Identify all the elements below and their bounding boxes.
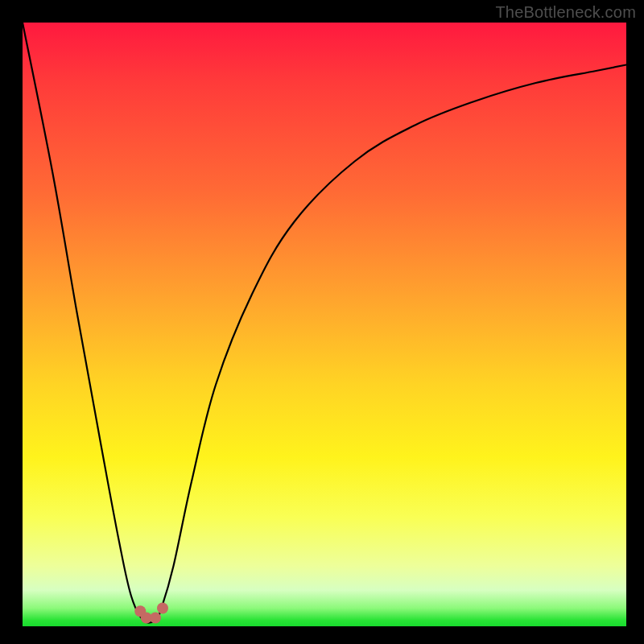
plot-area <box>23 23 626 626</box>
min-markers <box>134 603 168 624</box>
min-marker-right <box>157 603 168 614</box>
watermark-text: TheBottleneck.com <box>495 3 636 22</box>
bottleneck-curve <box>23 23 626 623</box>
chart-stage: TheBottleneck.com <box>0 0 644 644</box>
min-marker-mid-r <box>150 613 161 624</box>
curve-svg <box>23 23 626 626</box>
